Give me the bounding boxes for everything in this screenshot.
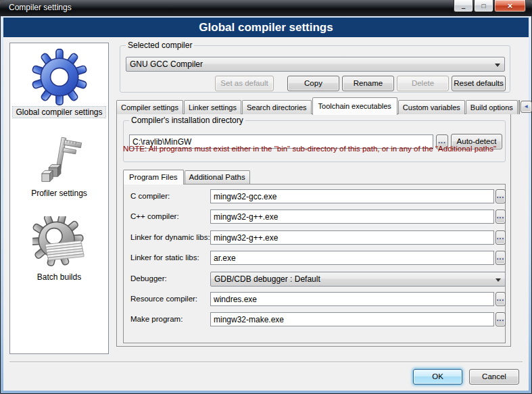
static-linker-input[interactable] [210, 251, 494, 265]
maximize-button[interactable]: □ [474, 0, 493, 12]
caliper-icon [34, 137, 84, 187]
tab-linker-settings[interactable]: Linker settings [184, 100, 241, 114]
cpp-compiler-browse-button[interactable]: ... [495, 210, 506, 224]
tab-scroll-buttons: ◄ ► [521, 101, 532, 113]
delete-button[interactable]: Delete [397, 76, 449, 91]
resource-compiler-browse-button[interactable]: ... [495, 292, 506, 306]
sidebar-item-label: Profiler settings [28, 188, 90, 199]
tab-compiler-settings[interactable]: Compiler settings [116, 100, 183, 114]
footer-separator [9, 362, 523, 363]
page-title-banner: Global compiler settings [3, 18, 529, 37]
field-label: Make program: [130, 312, 210, 326]
ok-button[interactable]: OK [413, 369, 462, 385]
tab-build-options[interactable]: Build options [466, 100, 518, 114]
field-label: Resource compiler: [130, 292, 210, 306]
field-label: Linker for static libs: [130, 251, 210, 265]
group-title: Compiler's installation directory [129, 116, 245, 125]
set-as-default-button[interactable]: Set as default [215, 76, 274, 91]
cancel-button[interactable]: Cancel [469, 369, 519, 385]
settings-category-list: Global compiler settings [9, 43, 109, 354]
field-label: Debugger: [130, 272, 210, 286]
sidebar-item-global-compiler-settings[interactable]: Global compiler settings [13, 43, 105, 118]
field-label: C++ compiler: [130, 210, 210, 224]
blue-gear-icon [31, 49, 88, 105]
minimize-icon: – [461, 4, 465, 12]
close-button[interactable]: × [494, 0, 526, 12]
tab-additional-paths[interactable]: Additional Paths [185, 170, 250, 184]
maximize-icon: □ [481, 2, 485, 9]
program-files-panel: C compiler: ... C++ compiler: ... Linker… [123, 184, 506, 343]
window-controls: – □ × [454, 0, 526, 12]
window-title: Compiler settings [9, 3, 72, 12]
field-label: Linker for dynamic libs: [130, 230, 210, 245]
tab-program-files[interactable]: Program Files [123, 170, 184, 184]
selected-compiler-dropdown[interactable]: GNU GCC Compiler [126, 57, 505, 72]
tab-toolchain-executables[interactable]: Toolchain executables [312, 97, 397, 115]
tab-custom-variables[interactable]: Custom variables [398, 100, 465, 114]
resource-compiler-input[interactable] [210, 292, 494, 306]
c-compiler-input[interactable] [210, 189, 494, 203]
compiler-settings-dialog: Compiler settings – □ × Global compiler … [0, 0, 532, 394]
tab-search-directories[interactable]: Search directories [242, 100, 312, 114]
page-title: Global compiler settings [199, 21, 333, 34]
selected-compiler-value: GNU GCC Compiler [130, 59, 203, 69]
c-compiler-browse-button[interactable]: ... [495, 189, 506, 203]
chevron-down-icon [495, 278, 501, 282]
tab-partial[interactable] [518, 100, 520, 114]
make-program-browse-button[interactable]: ... [495, 312, 506, 326]
dynamic-linker-input[interactable] [210, 230, 494, 245]
copy-button[interactable]: Copy [287, 76, 339, 91]
sidebar-item-profiler-settings[interactable]: Profiler settings [28, 118, 90, 199]
selected-compiler-group: Selected compiler GNU GCC Compiler Set a… [120, 45, 510, 93]
note-text: NOTE: All programs must exist either in … [123, 145, 496, 153]
static-linker-browse-button[interactable]: ... [495, 251, 506, 265]
rename-button[interactable]: Rename [342, 76, 394, 91]
debugger-dropdown[interactable]: GDB/CDB debugger : Default [210, 272, 506, 287]
installation-directory-group: Compiler's installation directory ... Au… [123, 120, 506, 162]
group-title: Selected compiler [126, 41, 194, 50]
sidebar-item-label: Global compiler settings [13, 107, 105, 118]
dialog-client-area: Global compiler settings [3, 18, 529, 391]
chevron-down-icon [495, 64, 500, 67]
make-program-input[interactable] [210, 312, 494, 326]
cpp-compiler-input[interactable] [210, 210, 494, 224]
compiler-tabs: Compiler settings Linker settings Search… [116, 97, 511, 114]
field-label: C compiler: [130, 189, 210, 203]
minimize-button[interactable]: – [454, 0, 473, 12]
title-bar[interactable]: Compiler settings – □ × [0, 0, 532, 16]
debugger-value: GDB/CDB debugger : Default [214, 274, 320, 284]
toolchain-executables-panel: Compiler's installation directory ... Au… [116, 114, 511, 347]
dynamic-linker-browse-button[interactable]: ... [495, 230, 506, 245]
close-icon: × [508, 1, 513, 11]
sidebar-item-label: Batch builds [34, 272, 84, 282]
sidebar-item-batch-builds[interactable]: Batch builds [32, 199, 87, 282]
program-tabs: Program Files Additional Paths [123, 169, 251, 184]
reset-defaults-button[interactable]: Reset defaults [452, 76, 506, 91]
gray-gear-stack-icon [32, 216, 87, 270]
tab-scroll-left-button[interactable]: ◄ [521, 101, 532, 113]
